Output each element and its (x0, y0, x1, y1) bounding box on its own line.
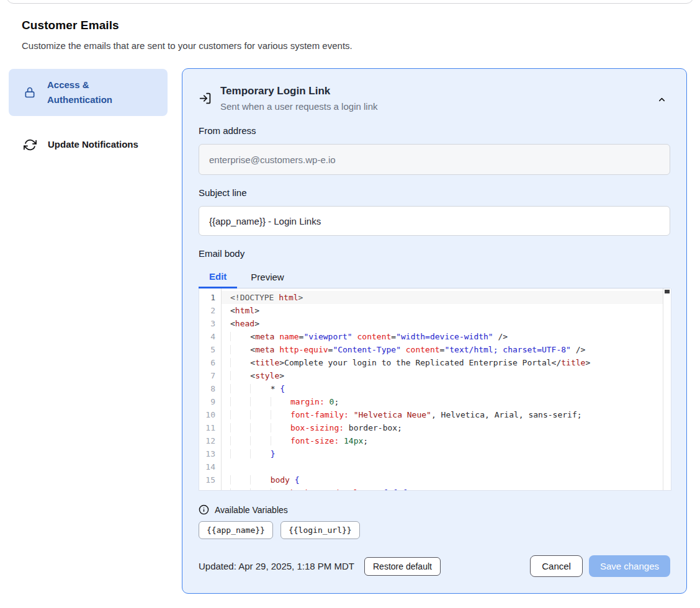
editor-gutter: 12345678910111213141516 (199, 288, 222, 490)
sidebar-item-label: Update Notifications (48, 137, 138, 152)
updated-timestamp: Updated: Apr 29, 2025, 1:18 PM MDT (199, 561, 354, 571)
line-number: 3 (199, 317, 221, 330)
line-number: 16 (199, 486, 221, 491)
code-line[interactable]: <title>Complete your login to the Replic… (230, 356, 671, 369)
code-line[interactable]: box-sizing: border-box; (230, 421, 671, 434)
page-subtitle: Customize the emails that are sent to yo… (22, 40, 352, 51)
line-number: 11 (199, 421, 221, 434)
line-number: 9 (199, 395, 221, 408)
variable-chip[interactable]: {{login_url}} (280, 521, 360, 539)
editor-scrollbar[interactable] (663, 288, 671, 490)
line-number: 15 (199, 473, 221, 486)
from-address-input[interactable] (199, 144, 670, 175)
code-line[interactable]: background-color: #f5f8fa; (230, 486, 671, 490)
lock-icon (24, 86, 36, 99)
panel-header-text: Temporary Login Link Sent when a user re… (220, 85, 377, 112)
panel-footer: Updated: Apr 29, 2025, 1:18 PM MDT Resto… (199, 555, 670, 577)
sidebar: Access & Authentication Update Notificat… (9, 69, 168, 161)
code-line[interactable]: * { (230, 382, 671, 395)
panel-subtitle: Sent when a user requests a login link (220, 101, 377, 112)
from-address-label: From address (199, 125, 670, 139)
code-line[interactable]: <meta name="viewport" content="width=dev… (230, 330, 671, 343)
code-line[interactable]: body { (230, 473, 671, 486)
cancel-button[interactable]: Cancel (530, 555, 583, 577)
line-number: 5 (199, 343, 221, 356)
editor-code[interactable]: <!DOCTYPE html><html><head> <meta name="… (222, 288, 671, 490)
code-line[interactable]: <meta http-equiv="Content-Type" content=… (230, 343, 671, 356)
panel-title: Temporary Login Link (220, 85, 377, 97)
panel-header: Temporary Login Link Sent when a user re… (199, 85, 670, 112)
code-line[interactable] (230, 460, 671, 473)
email-body-label: Email body (199, 248, 670, 262)
temporary-login-link-panel: Temporary Login Link Sent when a user re… (182, 68, 687, 594)
editor-scrollbar-thumb[interactable] (665, 290, 670, 293)
page-title: Customer Emails (22, 19, 352, 32)
save-changes-button[interactable]: Save changes (589, 555, 670, 577)
variable-chip[interactable]: {{app_name}} (199, 521, 273, 539)
line-number: 7 (199, 369, 221, 382)
available-variables-row: Available Variables (199, 504, 670, 515)
line-number: 14 (199, 460, 221, 473)
code-line[interactable]: font-family: "Helvetica Neue", Helvetica… (230, 408, 671, 421)
sidebar-item-access-authentication[interactable]: Access & Authentication (9, 69, 168, 116)
available-variables-label: Available Variables (215, 505, 288, 515)
line-number: 12 (199, 434, 221, 447)
code-line[interactable]: margin: 0; (230, 395, 671, 408)
code-line[interactable]: <style> (230, 369, 671, 382)
line-number: 10 (199, 408, 221, 421)
page-header: Customer Emails Customize the emails tha… (22, 19, 352, 51)
sidebar-item-update-notifications[interactable]: Update Notifications (9, 128, 168, 161)
collapse-button[interactable] (655, 92, 669, 107)
sidebar-item-label: Access & Authentication (47, 78, 140, 107)
code-line[interactable]: <head> (230, 317, 671, 330)
line-number: 8 (199, 382, 221, 395)
code-editor[interactable]: 12345678910111213141516 <!DOCTYPE html><… (199, 288, 671, 491)
line-number: 13 (199, 447, 221, 460)
line-number: 2 (199, 304, 221, 317)
line-number: 6 (199, 356, 221, 369)
tab-edit[interactable]: Edit (199, 266, 237, 288)
previous-card-bottom-edge (6, 0, 694, 4)
refresh-icon (24, 138, 37, 151)
chevron-up-icon (657, 95, 666, 104)
tab-preview[interactable]: Preview (237, 266, 297, 288)
subject-line-input[interactable] (199, 206, 670, 236)
line-number: 4 (199, 330, 221, 343)
code-line[interactable]: font-size: 14px; (230, 434, 671, 447)
variable-chips: {{app_name}}{{login_url}} (199, 521, 670, 539)
info-icon (199, 504, 209, 515)
subject-line-label: Subject line (199, 187, 670, 201)
line-number: 1 (199, 291, 221, 304)
restore-default-button[interactable]: Restore default (364, 557, 441, 576)
login-icon (199, 92, 212, 105)
code-line[interactable]: <!DOCTYPE html> (222, 291, 671, 304)
code-line[interactable]: } (230, 447, 671, 460)
code-line[interactable]: <html> (230, 304, 671, 317)
email-body-tabs: Edit Preview (199, 266, 670, 288)
